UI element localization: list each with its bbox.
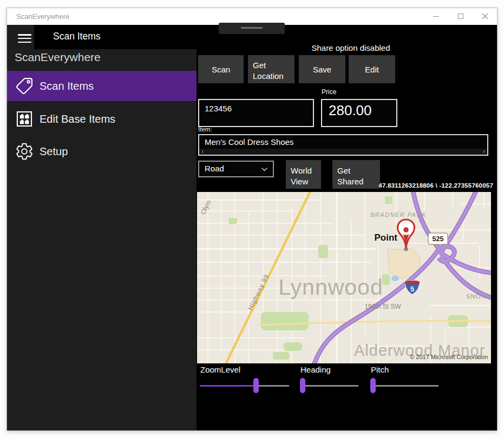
- menu-icon: [18, 38, 31, 39]
- pitch-slider-group: Pitch: [370, 365, 438, 393]
- get-shared-button[interactable]: Get Shared: [332, 160, 380, 189]
- menu-icon: [18, 42, 31, 43]
- park-label: BRADNER PARK: [370, 211, 427, 218]
- map-style-value: Road: [205, 164, 224, 173]
- route-badge-text: 525: [433, 235, 444, 243]
- sidebar-item-scan-items[interactable]: Scan Items: [7, 71, 197, 101]
- maximize-button[interactable]: [448, 8, 473, 24]
- close-button[interactable]: [473, 8, 497, 24]
- zoomlevel-slider[interactable]: [200, 378, 289, 393]
- slider-thumb[interactable]: [300, 378, 305, 393]
- sidebar-item-label: Scan Items: [40, 71, 94, 101]
- sidebar-item-setup[interactable]: Setup: [7, 136, 197, 167]
- minimize-button[interactable]: [424, 8, 448, 24]
- map-style-dropdown[interactable]: Road: [198, 161, 274, 177]
- slider-track[interactable]: [370, 385, 438, 387]
- sidebar-app-title: ScanEverywhere: [15, 51, 101, 64]
- minimize-icon: [433, 16, 439, 17]
- pitch-slider[interactable]: [370, 378, 438, 393]
- maximize-icon: [458, 14, 463, 19]
- sidebar-item-label: Setup: [40, 136, 68, 167]
- street-label: 196th St SW: [364, 303, 401, 310]
- grip-handle[interactable]: [219, 23, 285, 34]
- price-input[interactable]: 280.00: [321, 99, 397, 127]
- sidebar: ScanEverywhere Scan Items: [7, 49, 197, 430]
- menu-icon: [18, 34, 31, 36]
- city-label: Lynnwood: [278, 275, 383, 300]
- gear-icon: [15, 142, 34, 161]
- app-window: ScanEverywhere Scan Items ScanEverywhere: [6, 8, 498, 431]
- tag-icon: [15, 77, 34, 95]
- scroll-right-icon[interactable]: ›: [483, 148, 485, 155]
- map-copyright: © 2017 Microsoft Corporation: [410, 354, 488, 360]
- scroll-left-icon[interactable]: ‹: [201, 148, 204, 155]
- pitch-slider-label: Pitch: [371, 365, 438, 374]
- slider-track[interactable]: [300, 385, 358, 387]
- zoomlevel-slider-group: ZoomLevel: [200, 365, 289, 393]
- desktop: ScanEverywhere Scan Items ScanEverywhere: [0, 0, 504, 438]
- pond: [391, 276, 399, 281]
- chevron-down-icon: [261, 167, 268, 172]
- world-view-button[interactable]: World View: [286, 160, 321, 189]
- county-label: SNOHOMISH: [466, 293, 491, 300]
- close-icon: [482, 13, 488, 19]
- grid-icon: [15, 110, 34, 128]
- window-controls: [424, 8, 497, 25]
- sidebar-item-label: Edit Base Items: [40, 104, 115, 134]
- get-location-button[interactable]: Get Location: [248, 55, 294, 83]
- item-horizontal-scrollbar[interactable]: ‹ ›: [199, 149, 487, 155]
- zoomlevel-slider-label: ZoomLevel: [200, 365, 289, 374]
- heading-slider[interactable]: [300, 378, 358, 393]
- save-button[interactable]: Save: [299, 55, 345, 83]
- pin-label: Point: [375, 233, 398, 243]
- sidebar-item-edit-base-items[interactable]: Edit Base Items: [7, 104, 197, 134]
- hamburger-button[interactable]: [7, 25, 34, 49]
- grip-icon: [241, 27, 263, 29]
- item-input[interactable]: Men's Cool Dress Shoes ‹ ›: [198, 134, 488, 156]
- slider-thumb[interactable]: [253, 378, 259, 393]
- route-badge-525: 525: [428, 233, 448, 244]
- price-label: Price: [322, 88, 336, 96]
- heading-slider-label: Heading: [300, 365, 358, 374]
- scan-button[interactable]: Scan: [198, 55, 244, 83]
- item-value: Men's Cool Dress Shoes: [205, 137, 294, 147]
- app-region: Scan Items ScanEverywhere Scan Items: [7, 25, 497, 430]
- slider-thumb[interactable]: [370, 378, 376, 393]
- barcode-input[interactable]: 123456: [198, 99, 314, 127]
- page-title: Scan Items: [53, 31, 101, 42]
- map-view[interactable]: Lynnwood Alderwood Manor BRADNER PARK SN…: [197, 192, 491, 363]
- interstate-badge-text: 5: [410, 285, 414, 293]
- share-status-text: Share option disabled: [272, 43, 429, 52]
- edit-button[interactable]: Edit: [349, 55, 395, 83]
- coordinates-text: 47.8311263218806 \ -122.27355760057: [378, 182, 493, 189]
- heading-slider-group: Heading: [300, 365, 358, 393]
- item-label: Item:: [198, 126, 212, 132]
- window-title: ScanEverywhere: [16, 12, 69, 21]
- slider-fill: [200, 385, 256, 387]
